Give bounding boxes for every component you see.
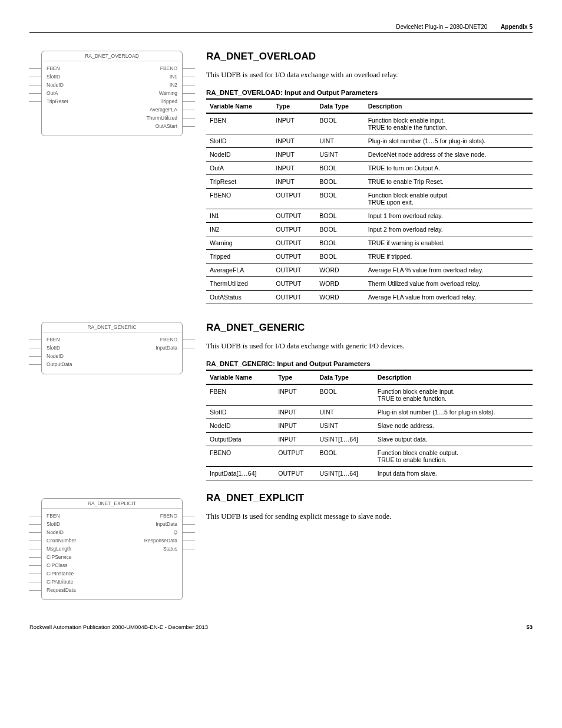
param-table-generic: Variable NameTypeData TypeDescription FB…	[206, 370, 533, 480]
column-header: Description	[365, 99, 533, 113]
table-cell: BOOL	[316, 113, 364, 134]
table-cell: NodeID	[206, 419, 275, 433]
table-cell: Function block enable input.TRUE to enab…	[374, 384, 533, 406]
table-cell: OUTPUT	[272, 250, 316, 263]
table-cell: Slave node address.	[374, 419, 533, 433]
table-cell: IN1	[206, 209, 272, 223]
table-cell: Function block enable input.TRUE to enab…	[365, 113, 533, 134]
block-pin: CIPService	[47, 554, 76, 561]
table-row: IN2OUTPUTBOOLInput 2 from overload relay…	[206, 223, 533, 236]
table-cell: BOOL	[316, 384, 373, 406]
table-cell: BOOL	[316, 236, 364, 250]
table-caption: RA_DNET_OVERLOAD: Input and Output Param…	[206, 89, 533, 96]
table-row: AverageFLAOUTPUTWORDAverage FLA % value …	[206, 263, 533, 277]
block-title: RA_DNET_EXPLICIT	[42, 499, 182, 509]
table-cell: BOOL	[316, 162, 364, 175]
table-cell: INPUT	[272, 162, 316, 175]
block-pin: OutAStart	[156, 123, 177, 130]
table-cell: SlotID	[206, 134, 272, 148]
column-header: Variable Name	[206, 99, 272, 113]
header-doc: DeviceNet Plug-in – 2080-DNET20	[396, 24, 487, 30]
block-outputs: FBENOIN1IN2WarningTrippedAverageFLATherm…	[147, 65, 177, 130]
table-row: ThermUtilizedOUTPUTWORDTherm Utilized va…	[206, 277, 533, 291]
block-pin: SlotID	[47, 344, 72, 351]
table-cell: BOOL	[316, 189, 364, 209]
table-cell: USINT[1…64]	[316, 433, 373, 446]
table-cell: USINT[1…64]	[316, 467, 373, 480]
table-cell: AverageFLA	[206, 263, 272, 277]
block-pin: CnxnNumber	[47, 537, 76, 544]
block-pin: Q	[173, 529, 177, 536]
block-pin: FBENO	[160, 65, 177, 72]
table-cell: Average FLA value from overload relay.	[365, 291, 533, 304]
table-cell: Input data from slave.	[374, 467, 533, 480]
table-cell: WORD	[316, 291, 364, 304]
block-pin: CIPClass	[47, 562, 76, 569]
table-cell: TRUE if tripped.	[365, 250, 533, 263]
table-cell: FBENO	[206, 189, 272, 209]
block-inputs: FBENSlotIDNodeIDCnxnNumberMsgLengthCIPSe…	[47, 512, 76, 594]
block-pin: CIPInstance	[47, 570, 76, 577]
table-cell: TripReset	[206, 175, 272, 189]
block-pin: FBEN	[47, 65, 68, 72]
table-row: FBENOOUTPUTBOOLFunction block enable out…	[206, 446, 533, 467]
table-cell: OUTPUT	[275, 467, 316, 480]
column-header: Type	[272, 99, 316, 113]
section-intro: This UDFB is used for sending explicit m…	[206, 512, 533, 521]
table-cell: WORD	[316, 263, 364, 277]
table-cell: TRUE to turn on Output A.	[365, 162, 533, 175]
table-cell: FBENO	[206, 446, 275, 467]
table-row: OutAStatusOUTPUTWORDAverage FLA value fr…	[206, 291, 533, 304]
table-row: NodeIDINPUTUSINTDeviceNet node address o…	[206, 148, 533, 162]
table-cell: Plug-in slot number (1…5 for plug-in slo…	[365, 134, 533, 148]
table-cell: OUTPUT	[272, 209, 316, 223]
block-pin: SlotID	[47, 73, 68, 80]
table-cell: INPUT	[275, 433, 316, 446]
column-header: Data Type	[316, 370, 373, 384]
table-cell: WORD	[316, 277, 364, 291]
block-pin: AverageFLA	[150, 106, 177, 113]
table-header-row: Variable NameTypeData TypeDescription	[206, 99, 533, 113]
table-cell: OutAStatus	[206, 291, 272, 304]
table-row: TrippedOUTPUTBOOLTRUE if tripped.	[206, 250, 533, 263]
block-pin: IN2	[170, 81, 177, 88]
block-pin: SlotID	[47, 521, 76, 528]
table-header-row: Variable NameTypeData TypeDescription	[206, 370, 533, 384]
table-cell: BOOL	[316, 209, 364, 223]
section-intro: This UDFB is used for I/O data exchange …	[206, 71, 533, 80]
table-row: SlotIDINPUTUINTPlug-in slot number (1…5 …	[206, 406, 533, 419]
table-cell: UINT	[316, 406, 373, 419]
table-cell: TRUE to enable Trip Reset.	[365, 175, 533, 189]
block-pin: NodeID	[47, 81, 68, 88]
table-caption: RA_DNET_GENERIC: Input and Output Parame…	[206, 360, 533, 367]
table-row: FBENINPUTBOOLFunction block enable input…	[206, 113, 533, 134]
table-cell: OUTPUT	[272, 236, 316, 250]
table-cell: OutA	[206, 162, 272, 175]
table-row: NodeIDINPUTUSINTSlave node address.	[206, 419, 533, 433]
block-pin: FBENO	[160, 336, 177, 343]
section-intro: This UDFB is used for I/O data exchange …	[206, 342, 533, 351]
block-pin: MsgLength	[47, 545, 76, 552]
table-cell: BOOL	[316, 175, 364, 189]
block-pin: FBEN	[47, 336, 72, 343]
block-pin: FBEN	[47, 512, 76, 519]
block-pin: InputData	[156, 344, 177, 351]
param-table-overload: Variable NameTypeData TypeDescription FB…	[206, 98, 533, 304]
block-inputs: FBENSlotIDNodeIDOutATripReset	[47, 65, 68, 130]
column-header: Type	[275, 370, 316, 384]
table-cell: BOOL	[316, 250, 364, 263]
table-cell: Input 2 from overload relay.	[365, 223, 533, 236]
table-cell: INPUT	[272, 148, 316, 162]
block-pin: Tripped	[160, 98, 177, 105]
table-cell: TRUE if warning is enabled.	[365, 236, 533, 250]
column-header: Data Type	[316, 99, 364, 113]
block-pin: IN1	[170, 73, 177, 80]
column-header: Description	[374, 370, 533, 384]
block-pin: CIPAttribute	[47, 578, 76, 585]
table-cell: FBEN	[206, 384, 275, 406]
block-diagram-explicit: RA_DNET_EXPLICIT FBENSlotIDNodeIDCnxnNum…	[41, 498, 183, 600]
table-cell: Input 1 from overload relay.	[365, 209, 533, 223]
table-row: InputData[1…64]OUTPUTUSINT[1…64]Input da…	[206, 467, 533, 480]
table-cell: SlotID	[206, 406, 275, 419]
block-pin: OutputData	[47, 361, 72, 368]
